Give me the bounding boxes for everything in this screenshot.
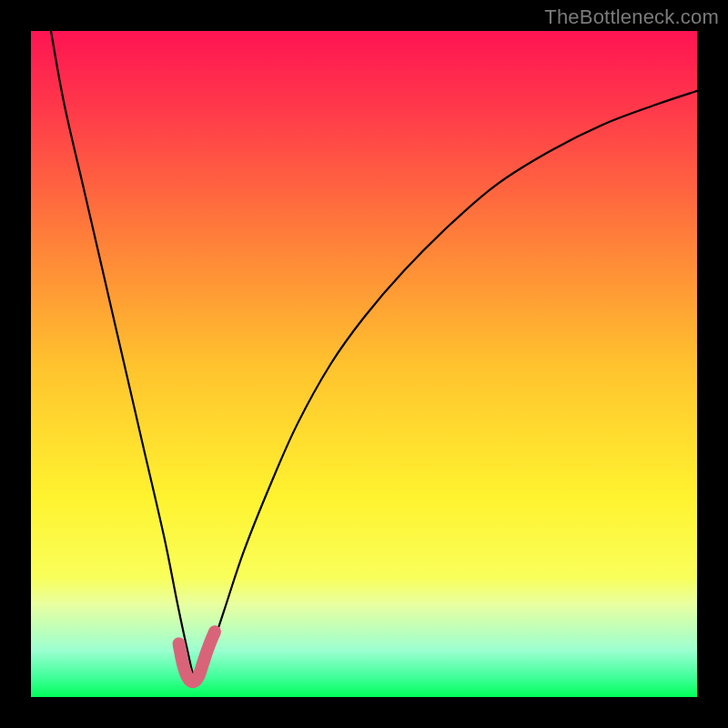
chart-frame: TheBottleneck.com (0, 0, 728, 728)
chart-svg (0, 0, 728, 728)
plot-background (31, 31, 697, 697)
watermark-text: TheBottleneck.com (544, 5, 719, 29)
